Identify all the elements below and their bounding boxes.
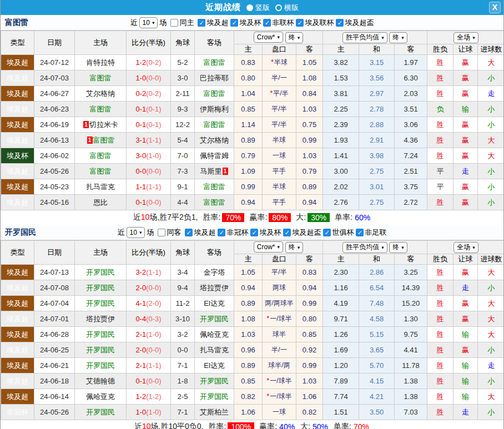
league-checkbox-非足联[interactable]: ✓非足联 — [356, 228, 386, 238]
match-type-cell: 埃及超 — [1, 117, 34, 133]
close-button[interactable]: X — [489, 2, 501, 13]
match-row: 埃及超24-07-13开罗国民3-2(1-1)3-4金字塔1.05平/半0.83… — [1, 265, 504, 280]
section-header-team2: 开罗国民 近 10 ▾ 场 同客 ✓埃及超✓非冠杯✓埃及杯✓埃及超盃✓世俱杯✓非… — [1, 225, 503, 240]
match-home-team-cell: 艾德翰德 — [75, 374, 127, 389]
match-home-team-cell: 佩哈亚克 — [75, 389, 127, 405]
handicap-star: * — [271, 58, 274, 66]
league-checkbox-埃及超[interactable]: ✓埃及超 — [198, 18, 228, 28]
match-away-team-cell: El达克 — [195, 358, 234, 374]
checkbox-icon: ✓ — [356, 229, 364, 236]
col-let-header: 让球 — [453, 44, 478, 55]
avg-draw-cell: 2.75 — [359, 164, 395, 179]
goals-result-cell: 小 — [478, 117, 504, 133]
home-team-name: 富图雷 — [90, 105, 112, 113]
col-score-header: 比分(半场) — [127, 241, 171, 265]
handicap-result-cell: 赢 — [453, 86, 478, 102]
home-odds-cell: 1.05 — [234, 265, 263, 280]
summary-stat-label: 胜率: — [209, 422, 226, 429]
away-odds-cell: 0.94 — [296, 280, 323, 296]
goals-result-cell: 小 — [478, 374, 504, 389]
fulltime-score: 1-0 — [135, 74, 146, 82]
match-away-team-cell: 佩哈亚克 — [195, 327, 234, 342]
summary-lead: 近10场,胜10平0负0, — [134, 422, 204, 429]
avg-type-select[interactable]: 胜平负均值 ▾ — [342, 242, 387, 253]
chevron-down-icon: ▾ — [381, 35, 384, 41]
col-odds-home-header: 主 — [234, 254, 263, 265]
handicap-result-cell: 走 — [453, 280, 478, 296]
corner-count-cell: 4-4 — [171, 195, 195, 210]
league-checkbox-埃及超盃[interactable]: ✓埃及超盃 — [336, 18, 374, 28]
home-odds-cell: 0.85 — [234, 102, 263, 117]
league-checkbox-埃及杯[interactable]: ✓埃及杯 — [230, 18, 261, 28]
league-label: 埃及超盃 — [345, 18, 374, 28]
avg-draw-cell: 5.70 — [359, 358, 395, 374]
scope-select[interactable]: 全场 ▾ — [453, 32, 478, 43]
home-odds-cell: 1.14 — [234, 117, 263, 133]
col-odds-home-header: 主 — [234, 44, 263, 55]
avg-home-cell: 1.53 — [323, 70, 359, 86]
goals-result-cell: 小 — [478, 342, 504, 358]
match-home-team-cell: 肯特拉特 — [75, 55, 127, 70]
match-type-cell: 埃及超 — [1, 265, 34, 280]
same-venue-checkbox[interactable]: 同客 — [158, 228, 181, 238]
fulltime-score: 1-0 — [135, 408, 146, 416]
corner-count-cell: 11-2 — [171, 296, 195, 311]
odds-company-select[interactable]: Crow* ▾ — [254, 32, 283, 43]
league-checkbox-世俱杯[interactable]: ✓世俱杯 — [323, 228, 354, 238]
home-team-name: 开罗国民 — [86, 408, 115, 416]
odds-final-select[interactable]: 终 ▾ — [285, 242, 304, 253]
same-venue-checkbox[interactable]: 同主 — [170, 18, 194, 28]
match-score-cell: 1-2(1-2) — [127, 389, 171, 405]
handicap-text: 半/一 — [271, 346, 286, 354]
odds-final-select[interactable]: 终 ▾ — [285, 32, 304, 43]
chevron-down-icon: ▾ — [298, 35, 300, 41]
games-count-value: 10 — [130, 229, 137, 236]
away-team-name: 开罗国民 — [200, 377, 229, 385]
games-count-select[interactable]: 10 ▾ — [139, 17, 158, 28]
away-team-name: 巴拉蒂耶 — [200, 74, 229, 82]
games-count-select[interactable]: 10 ▾ — [127, 227, 145, 238]
odds-company-value: Crow* — [257, 33, 275, 41]
avg-final-select[interactable]: 终 ▾ — [389, 242, 407, 253]
match-home-team-cell: 艾尔格纳 — [75, 86, 127, 102]
avg-final-select[interactable]: 终 ▾ — [389, 32, 407, 43]
handicap-text: 一球 — [273, 152, 286, 159]
avg-away-cell: 11.78 — [395, 358, 427, 374]
halftime-score: (1-1) — [146, 136, 161, 144]
match-home-team-cell: 富图雷 — [75, 70, 127, 86]
avg-away-cell: 7.03 — [395, 405, 427, 420]
avg-away-cell: 6.30 — [395, 70, 427, 86]
match-date-cell: 24-06-02 — [34, 148, 75, 164]
fulltime-score: 2-0 — [135, 346, 146, 354]
fulltime-score: 4-1 — [135, 299, 146, 307]
scope-select[interactable]: 全场 ▾ — [453, 242, 478, 253]
match-home-team-cell: 富图雷 — [75, 102, 127, 117]
handicap-cell: 两/两球半 — [263, 296, 296, 311]
league-checkbox-埃及超[interactable]: ✓埃及超 — [185, 228, 215, 238]
goals-result-cell: 小 — [478, 70, 504, 86]
match-score-cell: 0-0(0-0) — [127, 164, 171, 179]
layout-vertical-radio[interactable]: 竖版 — [246, 3, 270, 13]
summary-stat-label: 赢率: — [259, 422, 277, 429]
summary-stat-label: 单率: — [335, 213, 352, 223]
league-checkbox-埃及超盃[interactable]: ✓埃及超盃 — [283, 228, 321, 238]
avg-type-select[interactable]: 胜平负均值 ▾ — [342, 32, 387, 43]
league-checkbox-埃及杯[interactable]: ✓埃及杯 — [250, 228, 281, 238]
league-checkbox-非冠杯[interactable]: ✓非冠杯 — [218, 228, 248, 238]
match-away-team-cell: 富图雷 — [195, 179, 234, 195]
checkbox-icon: ✓ — [198, 19, 205, 27]
result-cell: 负 — [427, 102, 453, 117]
layout-horizontal-radio[interactable]: 横版 — [275, 3, 299, 13]
match-away-team-cell: 艾斯柏兰 — [195, 405, 234, 420]
league-checkbox-非联杯[interactable]: ✓非联杯 — [263, 18, 294, 28]
match-row: 埃及超24-06-23富图雷0-1(0-1)9-3伊斯梅利0.85平/半1.03… — [1, 102, 504, 117]
halftime-score: (0-2) — [146, 58, 161, 67]
away-team-name: 富图雷 — [204, 120, 225, 129]
handicap-cell: *一/球半 — [263, 389, 296, 405]
avg-home-cell: 3.82 — [323, 55, 359, 70]
match-score-cell: 0-1(0-0) — [127, 195, 171, 210]
avg-home-cell: 1.51 — [323, 405, 359, 420]
odds-company-select[interactable]: Crow* ▾ — [254, 241, 283, 253]
match-home-team-cell: 开罗国民 — [75, 358, 127, 374]
league-checkbox-埃及联杯[interactable]: ✓埃及联杯 — [296, 18, 334, 28]
